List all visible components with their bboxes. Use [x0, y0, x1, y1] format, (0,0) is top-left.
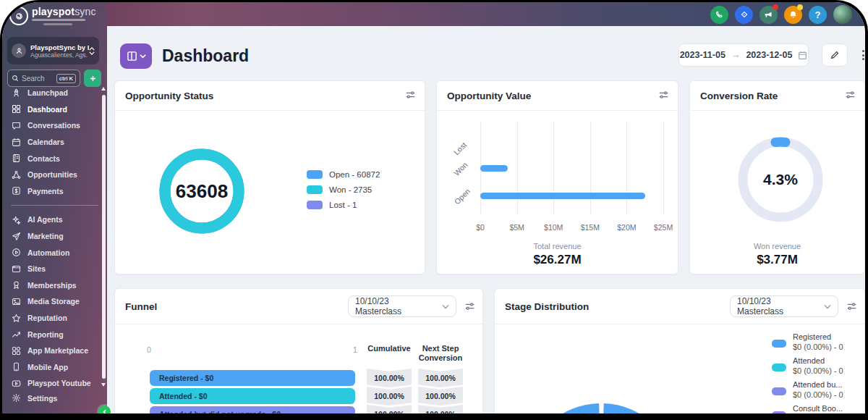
sidebar-item-automation[interactable]: Automation	[2, 244, 107, 261]
brand-logo-icon	[9, 7, 28, 25]
funnel-column-next-step: Next Step Conversion	[408, 344, 473, 362]
next-step-badge: 100.00%	[418, 369, 463, 387]
chevron-down-icon	[442, 304, 449, 309]
bar-open	[480, 193, 645, 199]
app-marketplace-icon	[12, 346, 21, 356]
next-step-badge: 100.00%	[418, 387, 463, 406]
sidebar-item-memberships[interactable]: Memberships	[2, 277, 107, 294]
notifications-bell-icon[interactable]	[784, 6, 802, 24]
funnel-selector[interactable]: 10/10/23 Masterclass	[348, 295, 456, 317]
bar-won	[480, 165, 508, 172]
help-icon[interactable]: ?	[809, 6, 827, 24]
card-title: Funnel	[125, 301, 157, 312]
card-settings-icon[interactable]	[658, 90, 669, 100]
sidebar-item-reporting[interactable]: Reporting	[2, 326, 107, 343]
search-placeholder: Search	[22, 75, 56, 83]
dashboard-icon	[12, 104, 21, 114]
sidebar-item-payments[interactable]: Payments	[2, 183, 107, 200]
card-settings-icon[interactable]	[845, 90, 856, 100]
sidebar-item-label: Dashboard	[27, 105, 67, 114]
sidebar-item-mobile-app[interactable]: Mobile App	[2, 359, 107, 376]
sidebar-item-launchpad[interactable]: Launchpad	[2, 85, 107, 101]
x-tick-label: $20M	[617, 223, 636, 232]
stage-selector[interactable]: 10/10/23 Masterclass	[730, 295, 838, 317]
sidebar: playspotsync PlayspotSync by Pla... Agua…	[2, 2, 107, 413]
page-title: Dashboard	[162, 46, 249, 66]
sidebar-item-settings[interactable]: Settings	[2, 390, 107, 406]
date-start: 2023-11-05	[680, 50, 726, 60]
card-settings-icon[interactable]	[846, 301, 857, 311]
reporting-icon	[12, 329, 21, 339]
gridline	[590, 121, 591, 215]
legend-name: Attended	[793, 356, 843, 365]
sidebar-item-sites[interactable]: Sites	[2, 261, 107, 277]
scroll-up-icon[interactable]	[101, 87, 106, 91]
sidebar-item-playspot-youtube[interactable]: Playspot Youtube	[2, 375, 107, 392]
sidebar-item-label: AI Agents	[27, 215, 63, 224]
layout-icon	[127, 51, 137, 62]
date-range-picker[interactable]: 2023-11-05 → 2023-12-05	[678, 43, 809, 67]
academy-icon[interactable]	[735, 6, 753, 24]
opportunity-value-chart	[480, 121, 663, 215]
marketing-icon	[12, 232, 21, 241]
window-frame: ? playspotsync PlayspotSync by Pla... Ag…	[0, 0, 868, 420]
scroll-down-icon[interactable]	[101, 383, 106, 387]
user-avatar[interactable]	[833, 5, 852, 24]
next-step-badge: 100.00%	[418, 405, 463, 413]
opportunities-icon	[12, 170, 21, 180]
stage-legend-item: Attended$0 (0.00%) - 0	[772, 356, 843, 375]
memberships-icon	[12, 280, 21, 290]
payments-icon	[12, 186, 21, 196]
sidebar-item-label: Launchpad	[27, 88, 68, 97]
legend-swatch	[307, 185, 323, 194]
legend-text: Attended$0 (0.00%) - 0	[793, 356, 843, 375]
phone-icon[interactable]	[710, 6, 728, 24]
announcements-icon[interactable]	[760, 6, 778, 24]
sidebar-nav: LaunchpadDashboardConversationsCalendars…	[2, 85, 107, 392]
gridline	[553, 121, 554, 215]
sidebar-item-label: Automation	[27, 248, 69, 257]
sidebar-item-marketing[interactable]: Marketing	[2, 228, 107, 245]
sidebar-collapse-button[interactable]	[98, 406, 111, 413]
card-settings-icon[interactable]	[405, 90, 416, 100]
funnel-bar: Attended - $0	[150, 388, 355, 404]
sidebar-item-label: Conversations	[27, 121, 80, 130]
top-bar: ?	[2, 2, 865, 26]
sidebar-item-label: App Marketplace	[27, 346, 88, 355]
sidebar-item-reputation[interactable]: Reputation	[2, 310, 107, 327]
account-switcher[interactable]: PlayspotSync by Pla... Aguascalientes, A…	[7, 37, 99, 64]
sidebar-item-app-marketplace[interactable]: App Marketplace	[2, 343, 107, 359]
search-icon	[12, 75, 19, 82]
legend-text: Consult Boo...$0 (0.00%) - 0	[793, 404, 843, 413]
card-settings-icon[interactable]	[464, 301, 475, 311]
sidebar-scrollbar[interactable]	[102, 95, 106, 379]
legend-text: Attended bu...$0 (0.00%) - 0	[793, 380, 843, 399]
legend-label: Lost - 1	[329, 201, 357, 209]
more-options-button[interactable]	[858, 46, 865, 64]
stage-legend-item: Attended bu...$0 (0.00%) - 0	[772, 380, 843, 399]
funnel-bar: Registered - $0	[150, 370, 355, 386]
playspot-youtube-icon	[12, 379, 21, 388]
edit-dashboard-button[interactable]	[822, 43, 848, 67]
dashboard-launcher-button[interactable]	[120, 43, 152, 69]
x-tick-label: $10M	[544, 223, 563, 232]
x-tick-label: $5M	[509, 223, 524, 232]
plus-icon	[89, 75, 97, 83]
sidebar-item-opportunities[interactable]: Opportunities	[2, 167, 107, 183]
sidebar-item-conversations[interactable]: Conversations	[2, 117, 107, 134]
sidebar-item-ai-agents[interactable]: AI Agents	[2, 211, 107, 228]
sidebar-item-label: Payments	[27, 187, 64, 196]
account-chevrons-icon	[89, 47, 95, 55]
sidebar-item-contacts[interactable]: Contacts	[2, 150, 107, 167]
settings-icon	[12, 393, 21, 403]
sidebar-item-media-storage[interactable]: Media Storage	[2, 293, 107, 310]
total-revenue-label: Total revenue	[437, 242, 678, 251]
account-location: Aguascalientes, Ags.	[30, 51, 89, 59]
total-revenue-value: $26.27M	[437, 253, 678, 267]
sidebar-item-dashboard[interactable]: Dashboard	[2, 101, 107, 118]
card-title: Conversion Rate	[700, 91, 778, 101]
sidebar-item-calendars[interactable]: Calendars	[2, 134, 107, 151]
stage-legend-item: Registered$0 (0.00%) - 0	[772, 332, 843, 351]
conversations-icon	[12, 121, 21, 130]
opportunity-status-card: Opportunity Status 63608 Open - 60872Won…	[114, 80, 425, 274]
